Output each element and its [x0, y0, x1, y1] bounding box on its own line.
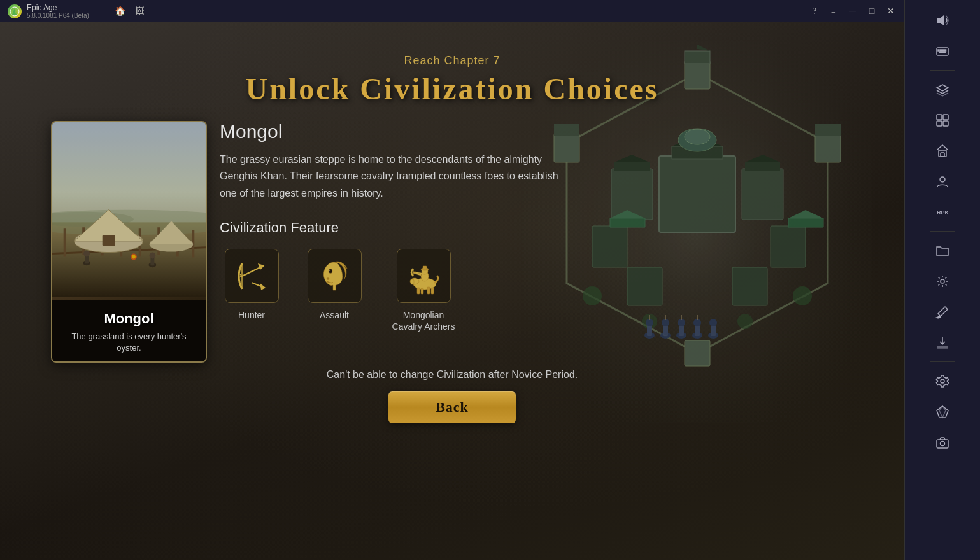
svg-rect-98 — [421, 288, 423, 294]
svg-rect-28 — [627, 267, 662, 305]
assault-icon-bg — [308, 249, 362, 303]
sidebar-user-icon[interactable] — [928, 167, 956, 195]
svg-rect-119 — [937, 115, 942, 120]
sidebar-keyboard-icon[interactable] — [928, 37, 956, 65]
cavalry-archer-icon-bg — [397, 249, 451, 303]
svg-marker-129 — [937, 406, 948, 417]
svg-marker-30 — [610, 218, 645, 227]
cavalry-archers-label: MongolianCavalry Archers — [392, 309, 455, 332]
help-icon[interactable]: ? — [809, 6, 820, 17]
svg-rect-24 — [745, 162, 780, 171]
close-icon[interactable]: ✕ — [885, 6, 897, 17]
svg-rect-26 — [592, 226, 627, 267]
civ-description: The grassy eurasian steppe is home to th… — [220, 151, 576, 202]
svg-rect-116 — [945, 50, 946, 51]
civilization-card: Mongol The grassland is every hunter's o… — [51, 121, 207, 363]
svg-rect-20 — [611, 169, 653, 220]
back-button[interactable]: Back — [388, 391, 516, 423]
app-name: Epic Age — [27, 3, 89, 12]
svg-point-128 — [941, 379, 944, 383]
sidebar-divider-3 — [930, 361, 955, 362]
svg-rect-124 — [941, 153, 944, 157]
gallery-icon[interactable]: 🖼 — [134, 6, 145, 17]
home-icon[interactable]: 🏠 — [115, 6, 126, 17]
content-area: Reach Chapter 7 Unlock Civilization Choi… — [0, 22, 904, 560]
svg-rect-120 — [943, 115, 948, 120]
right-sidebar: RPK — [904, 0, 980, 560]
feature-cavalry-archers: MongolianCavalry Archers — [385, 249, 462, 332]
svg-rect-121 — [937, 121, 942, 126]
title-bar-controls: 🏠 🖼 — [115, 6, 145, 17]
civ-card-description: The grassland is every hunter's oyster. — [60, 331, 198, 354]
sidebar-divider-1 — [930, 70, 955, 71]
header-subtitle: Reach Chapter 7 — [0, 54, 904, 67]
svg-point-94 — [329, 270, 330, 271]
novice-period-notice: Can't be able to change Civilization aft… — [0, 369, 904, 381]
page-header: Reach Chapter 7 Unlock Civilization Choi… — [0, 54, 904, 106]
svg-rect-106 — [423, 266, 427, 270]
menu-icon[interactable]: ≡ — [828, 6, 839, 17]
hunter-icon-bg — [225, 249, 279, 303]
svg-point-34 — [583, 286, 602, 305]
game-area: Epic Age 5.8.0.1081 P64 (Beta) 🏠 🖼 ? ≡ ─… — [0, 0, 904, 560]
svg-rect-123 — [939, 150, 946, 157]
svg-point-93 — [329, 269, 332, 273]
sidebar-divider-2 — [930, 231, 955, 232]
feature-assault: Assault — [302, 249, 366, 321]
svg-point-127 — [941, 279, 944, 283]
svg-point-56 — [709, 319, 717, 326]
svg-rect-115 — [942, 50, 944, 51]
feature-hunter: Hunter — [220, 249, 283, 321]
svg-marker-88 — [259, 265, 263, 269]
header-title: Unlock Civilization Choices — [0, 71, 904, 106]
feature-section-title: Civilization Feature — [220, 220, 576, 236]
sidebar-diamond-icon[interactable] — [928, 398, 956, 426]
assault-label: Assault — [320, 309, 349, 321]
title-bar: Epic Age 5.8.0.1081 P64 (Beta) 🏠 🖼 ? ≡ ─… — [0, 0, 904, 22]
svg-rect-117 — [939, 52, 946, 53]
sidebar-gear-icon[interactable] — [928, 367, 956, 395]
civ-card-image — [52, 122, 206, 300]
svg-rect-122 — [943, 121, 948, 126]
svg-point-37 — [737, 314, 753, 329]
sidebar-settings-icon[interactable] — [928, 267, 956, 295]
svg-point-35 — [793, 286, 812, 305]
sidebar-home-icon[interactable] — [928, 137, 956, 165]
svg-point-95 — [327, 277, 329, 279]
civ-card-footer: Mongol The grassland is every hunter's o… — [52, 300, 206, 363]
sidebar-download-icon[interactable] — [928, 328, 956, 356]
svg-rect-29 — [732, 267, 767, 305]
sidebar-camera-icon[interactable] — [928, 428, 956, 456]
features-row: Hunter — [220, 249, 576, 332]
svg-marker-118 — [937, 85, 948, 91]
svg-rect-8 — [815, 134, 841, 162]
sidebar-rpk-icon[interactable]: RPK — [928, 198, 956, 226]
svg-rect-23 — [742, 169, 783, 220]
app-version: 5.8.0.1081 P64 (Beta) — [27, 12, 89, 19]
civ-card-name: Mongol — [60, 311, 198, 327]
svg-rect-10 — [815, 124, 841, 136]
svg-rect-15 — [659, 156, 735, 232]
svg-rect-14 — [685, 340, 710, 366]
civ-name-title: Mongol — [220, 121, 576, 143]
window-controls: ? ≡ ─ □ ✕ — [809, 6, 897, 17]
sidebar-folder-icon[interactable] — [928, 237, 956, 265]
sidebar-brush-icon[interactable] — [928, 298, 956, 326]
svg-point-19 — [685, 129, 710, 144]
minimize-icon[interactable]: ─ — [847, 6, 858, 17]
svg-marker-92 — [261, 285, 264, 289]
hunter-label: Hunter — [238, 309, 265, 321]
app-logo — [8, 4, 22, 18]
svg-rect-113 — [938, 50, 939, 51]
sidebar-speaker-icon[interactable] — [928, 6, 956, 34]
svg-rect-27 — [771, 226, 806, 267]
sidebar-grid-icon[interactable] — [928, 106, 956, 134]
svg-rect-100 — [431, 288, 434, 294]
sidebar-layers-icon[interactable] — [928, 76, 956, 104]
svg-rect-114 — [941, 50, 942, 51]
svg-rect-97 — [417, 288, 420, 294]
maximize-icon[interactable]: □ — [866, 6, 877, 17]
svg-marker-111 — [937, 15, 944, 25]
svg-marker-32 — [788, 218, 823, 227]
svg-rect-85 — [52, 122, 206, 297]
